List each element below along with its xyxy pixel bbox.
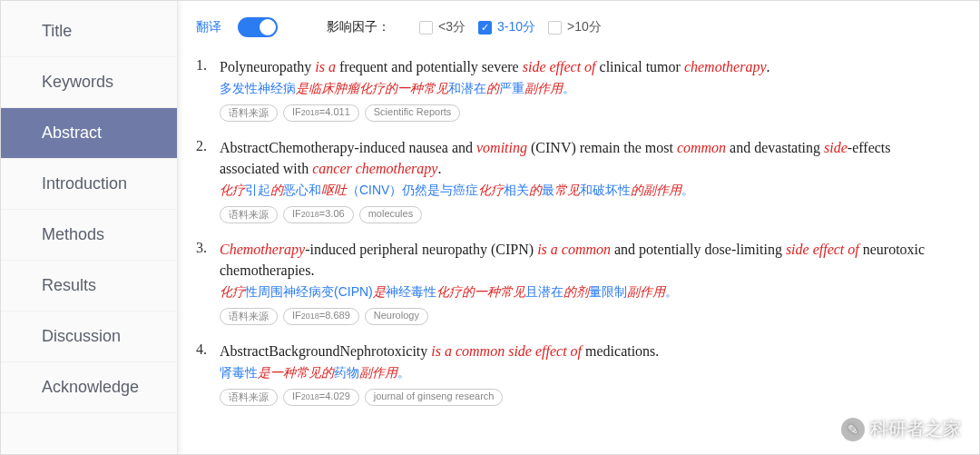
tag[interactable]: 语料来源 [220, 206, 278, 223]
tag[interactable]: IF2018=8.689 [283, 308, 359, 325]
entry-tags: 语料来源IF2018=3.06molecules [220, 206, 952, 223]
sidebar-item-abstract[interactable]: Abstract [1, 108, 177, 159]
result-entry: 1.Polyneuropathy is a frequent and poten… [196, 57, 952, 122]
entry-tags: 语料来源IF2018=8.689Neurology [220, 308, 952, 325]
tag[interactable]: Scientific Reports [365, 104, 461, 122]
entry-number: 1. [196, 57, 220, 122]
entry-chinese: 多发性神经病是临床肿瘤化疗的一种常见和潜在的严重副作用。 [220, 81, 952, 97]
tag[interactable]: Neurology [365, 308, 428, 325]
checkbox-icon [548, 21, 562, 35]
sidebar-item-introduction[interactable]: Introduction [1, 159, 177, 210]
sidebar-item-discussion[interactable]: Discussion [1, 312, 177, 362]
entry-chinese: 肾毒性是一种常见的药物副作用。 [220, 365, 952, 381]
translate-toggle[interactable] [238, 17, 278, 37]
filter-bar: 翻译 影响因子： <3分✓3-10分>10分 [196, 17, 952, 37]
entry-english: Chemotherapy-induced peripheral neuropat… [220, 240, 952, 281]
entry-english: Polyneuropathy is a frequent and potenti… [220, 57, 952, 77]
sidebar-item-results[interactable]: Results [1, 261, 177, 312]
sidebar-item-keywords[interactable]: Keywords [1, 57, 177, 108]
entry-english: AbstractBackgroundNephrotoxicity is a co… [220, 341, 952, 361]
impact-factor-label: 影响因子： [327, 19, 390, 35]
entry-tags: 语料来源IF2018=4.011Scientific Reports [220, 104, 952, 122]
filter-checkbox[interactable]: ✓3-10分 [478, 19, 535, 35]
result-entry: 2.AbstractChemotherapy-induced nausea an… [196, 138, 952, 223]
entry-number: 2. [196, 138, 220, 223]
checkbox-label: >10分 [567, 19, 602, 35]
sidebar-item-methods[interactable]: Methods [1, 210, 177, 261]
tag[interactable]: 语料来源 [220, 308, 278, 325]
entry-number: 3. [196, 240, 220, 325]
tag[interactable]: IF2018=4.011 [283, 104, 359, 122]
tag[interactable]: journal of ginseng research [365, 389, 504, 406]
tag[interactable]: IF2018=4.029 [283, 389, 359, 406]
entry-english: AbstractChemotherapy-induced nausea and … [220, 138, 952, 179]
sidebar: TitleKeywordsAbstractIntroductionMethods… [1, 1, 178, 454]
entry-number: 4. [196, 341, 220, 406]
checkbox-label: 3-10分 [497, 19, 535, 35]
tag[interactable]: IF2018=3.06 [283, 206, 354, 223]
sidebar-item-title[interactable]: Title [1, 6, 177, 57]
tag[interactable]: 语料来源 [220, 389, 278, 406]
checkbox-label: <3分 [438, 19, 466, 35]
result-entry: 3.Chemotherapy-induced peripheral neurop… [196, 240, 952, 325]
main-content: 翻译 影响因子： <3分✓3-10分>10分 1.Polyneuropathy … [178, 1, 979, 454]
entry-chinese: 化疗引起的恶心和呕吐（CINV）仍然是与癌症化疗相关的最常见和破坏性的副作用。 [220, 183, 952, 199]
result-entry: 4.AbstractBackgroundNephrotoxicity is a … [196, 341, 952, 406]
checkbox-icon: ✓ [478, 21, 492, 35]
tag[interactable]: 语料来源 [220, 104, 278, 122]
entry-tags: 语料来源IF2018=4.029journal of ginseng resea… [220, 389, 952, 406]
checkbox-icon [419, 21, 433, 35]
entry-chinese: 化疗性周围神经病变(CIPN)是神经毒性化疗的一种常见且潜在的剂量限制副作用。 [220, 284, 952, 301]
filter-checkbox[interactable]: <3分 [419, 19, 466, 35]
tag[interactable]: molecules [359, 206, 423, 223]
sidebar-item-acknowledge[interactable]: Acknowledge [1, 362, 177, 413]
filter-checkbox[interactable]: >10分 [548, 19, 602, 35]
translate-label: 翻译 [196, 19, 221, 35]
